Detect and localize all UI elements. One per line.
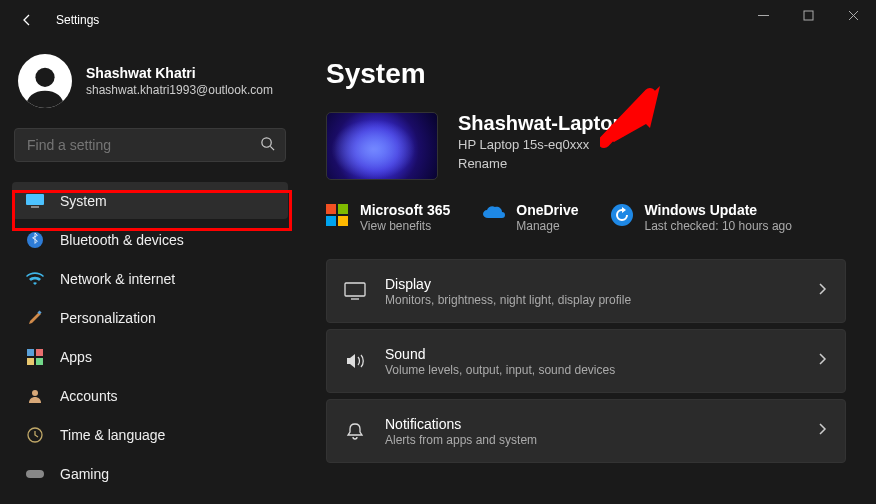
card-notifications[interactable]: NotificationsAlerts from apps and system [326,399,846,463]
service-sub: Manage [516,219,578,233]
svg-rect-8 [31,206,39,208]
card-sub: Volume levels, output, input, sound devi… [385,363,817,377]
card-title: Notifications [385,416,817,432]
sidebar-item-gaming[interactable]: Gaming [12,455,288,492]
brush-icon [26,309,44,327]
svg-rect-1 [804,11,813,20]
avatar [18,54,72,108]
sidebar-item-network[interactable]: Network & internet [12,260,288,297]
svg-rect-11 [27,349,34,356]
update-icon [611,204,633,226]
close-button[interactable] [831,0,876,30]
device-model: HP Laptop 15s-eq0xxx [458,137,625,152]
bluetooth-icon [26,231,44,249]
search-input[interactable] [27,137,260,153]
profile-name: Shashwat Khatri [86,65,273,81]
sidebar-item-label: Apps [60,349,92,365]
bell-icon [341,421,369,441]
service-onedrive[interactable]: OneDriveManage [482,202,578,233]
svg-rect-14 [36,358,43,365]
svg-point-4 [35,68,54,87]
sound-icon [341,352,369,370]
gamepad-icon [26,465,44,483]
maximize-button[interactable] [786,0,831,30]
sidebar-item-personalization[interactable]: Personalization [12,299,288,336]
sidebar: Shashwat Khatri shashwat.khatri1993@outl… [0,40,300,504]
chevron-right-icon [817,282,827,300]
svg-rect-17 [26,470,44,478]
services-row: Microsoft 365View benefits OneDriveManag… [326,202,846,233]
sidebar-item-label: Personalization [60,310,156,326]
sidebar-item-system[interactable]: System [12,182,288,219]
person-icon [22,62,68,108]
sidebar-item-apps[interactable]: Apps [12,338,288,375]
svg-rect-20 [326,216,336,226]
search-icon [260,136,275,155]
maximize-icon [803,10,814,21]
card-title: Display [385,276,817,292]
profile-block[interactable]: Shashwat Khatri shashwat.khatri1993@outl… [12,50,288,126]
svg-rect-12 [36,349,43,356]
arrow-left-icon [19,12,35,28]
card-title: Sound [385,346,817,362]
svg-rect-23 [345,283,365,296]
service-title: Windows Update [645,202,792,218]
rename-link[interactable]: Rename [458,156,625,171]
device-row: Shashwat-Laptop HP Laptop 15s-eq0xxx Ren… [326,112,846,180]
window-controls [741,0,876,30]
display-icon [341,282,369,300]
apps-icon [26,348,44,366]
sidebar-item-label: Bluetooth & devices [60,232,184,248]
minimize-button[interactable] [741,0,786,30]
settings-cards: DisplayMonitors, brightness, night light… [326,259,846,463]
service-title: OneDrive [516,202,578,218]
svg-point-15 [32,390,38,396]
card-sound[interactable]: SoundVolume levels, output, input, sound… [326,329,846,393]
card-sub: Monitors, brightness, night light, displ… [385,293,817,307]
close-icon [848,10,859,21]
person-icon [26,387,44,405]
sidebar-item-label: Gaming [60,466,109,482]
sidebar-item-label: System [60,193,107,209]
service-microsoft365[interactable]: Microsoft 365View benefits [326,202,450,233]
card-sub: Alerts from apps and system [385,433,817,447]
device-name: Shashwat-Laptop [458,112,625,135]
clock-icon [26,426,44,444]
page-heading: System [326,58,846,90]
chevron-right-icon [817,352,827,370]
service-sub: Last checked: 10 hours ago [645,219,792,233]
sidebar-item-accounts[interactable]: Accounts [12,377,288,414]
svg-rect-21 [338,216,348,226]
sidebar-item-time-language[interactable]: Time & language [12,416,288,453]
svg-line-6 [270,146,274,150]
main-content: System Shashwat-Laptop HP Laptop 15s-eq0… [300,40,876,504]
svg-rect-7 [26,194,44,205]
sidebar-item-label: Time & language [60,427,165,443]
minimize-icon [758,10,769,21]
titlebar: Settings [0,0,876,40]
window-title: Settings [56,13,99,27]
sidebar-item-label: Network & internet [60,271,175,287]
onedrive-icon [482,204,504,226]
sidebar-nav: System Bluetooth & devices Network & int… [12,182,288,492]
service-windows-update[interactable]: Windows UpdateLast checked: 10 hours ago [611,202,792,233]
chevron-right-icon [817,422,827,440]
back-button[interactable] [18,11,36,29]
search-box[interactable] [14,128,286,162]
service-sub: View benefits [360,219,450,233]
device-wallpaper-thumb[interactable] [326,112,438,180]
monitor-icon [26,192,44,210]
svg-point-5 [262,137,271,146]
microsoft-icon [326,204,348,226]
service-title: Microsoft 365 [360,202,450,218]
svg-rect-19 [338,204,348,214]
svg-rect-13 [27,358,34,365]
profile-email: shashwat.khatri1993@outlook.com [86,83,273,97]
svg-rect-18 [326,204,336,214]
sidebar-item-bluetooth[interactable]: Bluetooth & devices [12,221,288,258]
sidebar-item-label: Accounts [60,388,118,404]
card-display[interactable]: DisplayMonitors, brightness, night light… [326,259,846,323]
wifi-icon [26,270,44,288]
